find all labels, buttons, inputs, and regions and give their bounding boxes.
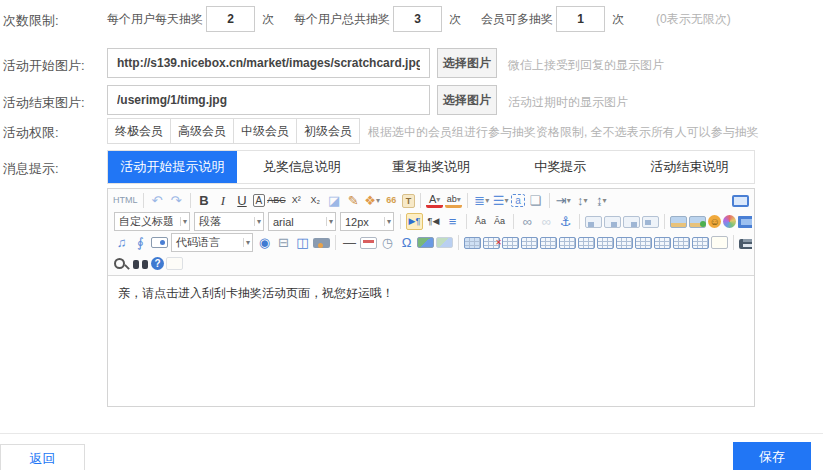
lowercase-icon[interactable]: Ãa: [491, 213, 508, 230]
bold-icon[interactable]: B: [196, 192, 213, 209]
help-icon[interactable]: ?: [151, 257, 164, 270]
paste-text-icon[interactable]: T: [402, 194, 416, 208]
map-icon[interactable]: [417, 237, 434, 248]
superscript-icon[interactable]: X²: [288, 192, 305, 209]
uppercase-icon[interactable]: Åa: [472, 213, 489, 230]
style-select[interactable]: 自定义标题▾: [114, 212, 190, 231]
line-height-icon[interactable]: ↨▾: [593, 192, 610, 209]
total-draw-input[interactable]: [393, 6, 442, 32]
message-label: 消息提示:: [3, 160, 59, 178]
paragraph-select[interactable]: 段落▾: [194, 212, 264, 231]
special-char-icon[interactable]: Ω: [398, 234, 415, 251]
unlink-icon[interactable]: ∞: [538, 213, 555, 230]
upload-image-icon[interactable]: [689, 216, 706, 228]
daily-draw-input[interactable]: [206, 6, 255, 32]
start-image-input[interactable]: [107, 48, 430, 78]
tab-activity-end-note[interactable]: 活动结束说明: [625, 151, 754, 183]
split-rows-icon[interactable]: [673, 237, 690, 249]
paste-icon[interactable]: [166, 257, 183, 270]
horizontal-rule-icon[interactable]: —: [341, 234, 358, 251]
format-painter-icon[interactable]: ✎: [345, 192, 362, 209]
tab-activity-start-note[interactable]: 活动开始提示说明: [108, 151, 237, 183]
fullscreen-icon[interactable]: [732, 195, 749, 207]
strikethrough-icon[interactable]: ABC: [267, 192, 286, 209]
merge-down-icon[interactable]: [616, 237, 633, 249]
back-button[interactable]: 返回: [0, 444, 85, 470]
fontsize-select[interactable]: 12px▾: [340, 212, 394, 231]
start-image-choose-button[interactable]: 选择图片: [437, 48, 497, 78]
formula-icon[interactable]: [436, 237, 453, 248]
redo-icon[interactable]: ↷: [168, 192, 185, 209]
split-cells-icon[interactable]: [654, 237, 671, 249]
font-color-icon[interactable]: A▾: [426, 194, 443, 208]
indent-icon[interactable]: ⇥▾: [555, 192, 572, 209]
editor-content[interactable]: 亲，请点击进入刮刮卡抽奖活动页面，祝您好运哦！: [108, 276, 754, 406]
member-option-ultimate[interactable]: 终极会员: [107, 118, 171, 144]
member-extra-draw-input[interactable]: [556, 6, 605, 32]
insert-video-icon[interactable]: [738, 216, 752, 228]
table-header-icon[interactable]: [502, 237, 519, 249]
paragraph-format-icon[interactable]: ≡: [444, 213, 461, 230]
delete-table-icon[interactable]: [483, 237, 500, 249]
member-option-junior[interactable]: 初级会员: [296, 118, 360, 144]
highlight-color-icon[interactable]: ab▾: [445, 194, 462, 208]
delete-row-icon[interactable]: [578, 237, 595, 249]
member-option-senior[interactable]: 高级会员: [170, 118, 234, 144]
source-icon[interactable]: HTML: [113, 192, 138, 209]
insert-code-icon[interactable]: ◉: [256, 234, 273, 251]
insert-template-icon[interactable]: [151, 237, 168, 248]
find-replace-icon[interactable]: [132, 258, 149, 270]
emoticon-icon[interactable]: ☺: [708, 215, 721, 228]
image-align-left-icon[interactable]: [585, 216, 602, 228]
scrawl-icon[interactable]: [723, 215, 736, 228]
end-image-input[interactable]: [107, 85, 430, 115]
anchor-icon[interactable]: ⚓: [557, 213, 574, 230]
split-cols-icon[interactable]: [692, 237, 709, 249]
print-icon[interactable]: [739, 239, 752, 249]
insert-frame-icon[interactable]: ◫: [294, 234, 311, 251]
eraser-icon[interactable]: ◪: [326, 192, 343, 209]
insert-col-icon[interactable]: [559, 237, 576, 249]
tab-redeem-info-note[interactable]: 兑奖信息说明: [237, 151, 366, 183]
ltr-paragraph-icon[interactable]: ▶¶: [406, 213, 423, 230]
bordered-text-icon[interactable]: A: [253, 194, 266, 207]
undo-icon[interactable]: ↶: [149, 192, 166, 209]
time-icon[interactable]: ◷: [379, 234, 396, 251]
end-image-choose-button[interactable]: 选择图片: [437, 85, 497, 115]
underline-icon[interactable]: U: [234, 192, 251, 209]
date-icon[interactable]: [360, 237, 377, 249]
subscript-icon[interactable]: X₂: [307, 192, 324, 209]
link-icon[interactable]: ∞: [519, 213, 536, 230]
ordered-list-icon[interactable]: ≣▾: [473, 192, 490, 209]
blockquote-icon[interactable]: 66: [383, 192, 400, 209]
toolbar-separator: [400, 214, 401, 229]
tab-winning-note[interactable]: 中奖提示: [496, 151, 625, 183]
snapshot-icon[interactable]: [313, 238, 330, 248]
unordered-list-icon[interactable]: ☰▾: [492, 192, 509, 209]
font-select[interactable]: arial▾: [268, 212, 336, 231]
autotypeset-icon[interactable]: ❖▾: [364, 192, 381, 209]
image-align-none-icon[interactable]: [642, 216, 659, 228]
italic-icon[interactable]: I: [215, 192, 232, 209]
insert-row-icon[interactable]: [540, 237, 557, 249]
merge-cells-icon[interactable]: [635, 237, 652, 249]
code-language-select[interactable]: 代码语言▾: [171, 233, 253, 252]
image-align-right-icon[interactable]: [623, 216, 640, 228]
row-spacing-icon[interactable]: ↕▾: [574, 192, 591, 209]
attachment-icon[interactable]: ∮: [132, 234, 149, 251]
insert-table-icon[interactable]: [464, 237, 481, 249]
music-icon[interactable]: ♫: [113, 234, 130, 251]
blank-doc-icon[interactable]: ❏: [527, 192, 544, 209]
rtl-paragraph-icon[interactable]: ¶◀: [425, 213, 442, 230]
preview-icon[interactable]: [113, 257, 130, 270]
save-button[interactable]: 保存: [733, 442, 811, 470]
image-align-center-icon[interactable]: [604, 216, 621, 228]
insert-image-icon[interactable]: [670, 216, 687, 228]
member-option-intermediate[interactable]: 中级会员: [233, 118, 297, 144]
merge-right-icon[interactable]: [597, 237, 614, 249]
background-icon[interactable]: [711, 236, 728, 249]
anchor-style-icon[interactable]: a: [511, 194, 525, 207]
table-caption-icon[interactable]: [521, 237, 538, 249]
tab-repeat-draw-note[interactable]: 重复抽奖说明: [366, 151, 495, 183]
pagebreak-icon[interactable]: ⊟: [275, 234, 292, 251]
